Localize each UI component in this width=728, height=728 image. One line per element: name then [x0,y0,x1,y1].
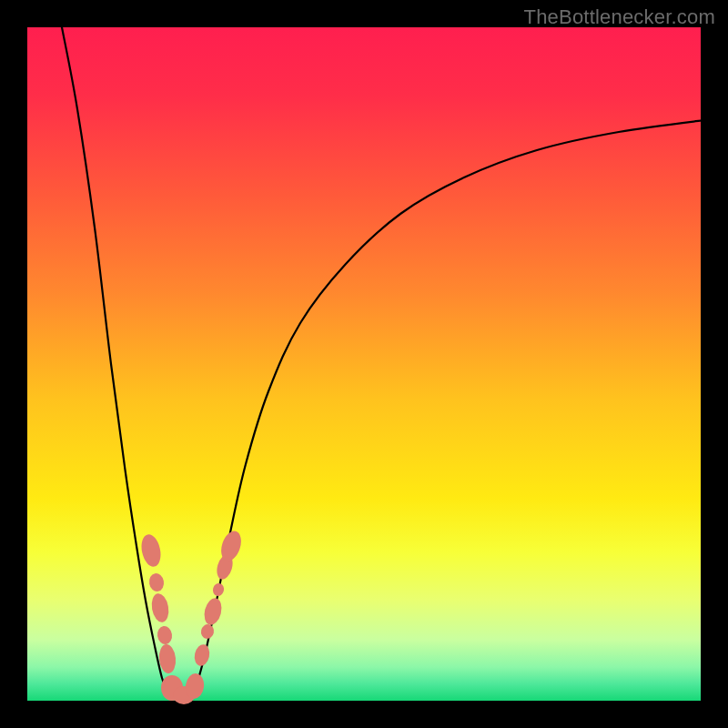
gradient-panel [27,27,701,701]
watermark-text: TheBottlenecker.com [524,5,715,29]
chart-stage: TheBottlenecker.com [0,0,728,728]
chart-svg [0,0,728,728]
